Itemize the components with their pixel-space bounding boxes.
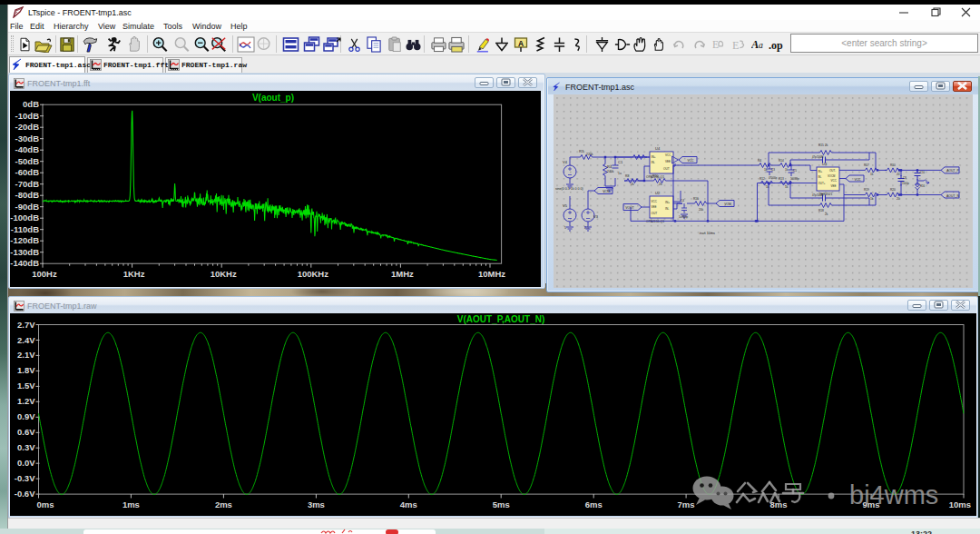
svg-text:R4: R4 bbox=[758, 159, 761, 163]
svg-text:100Mfp: 100Mfp bbox=[790, 177, 799, 181]
svg-text:OUT: OUT bbox=[652, 212, 658, 215]
svg-text:AOUT_P: AOUT_P bbox=[946, 169, 959, 173]
svg-text:C5: C5 bbox=[793, 169, 797, 173]
svg-text:-60dB: -60dB bbox=[15, 167, 40, 177]
svg-text:U2: U2 bbox=[655, 191, 661, 195]
svg-text:100KHz: 100KHz bbox=[298, 269, 329, 279]
svg-text:220k: 220k bbox=[586, 153, 593, 156]
svg-text:R17: R17 bbox=[864, 163, 869, 167]
svg-text:.tran 10ms: .tran 10ms bbox=[699, 232, 715, 235]
svg-text:-0.6V: -0.6V bbox=[15, 489, 35, 499]
svg-text:VCC: VCC bbox=[652, 200, 658, 203]
svg-text:2k: 2k bbox=[825, 213, 828, 216]
svg-text:R14: R14 bbox=[779, 159, 784, 163]
svg-text:-50dB: -50dB bbox=[15, 156, 40, 166]
svg-text:1u: 1u bbox=[618, 172, 622, 175]
svg-text:R12: R12 bbox=[760, 177, 765, 181]
svg-text:C8: C8 bbox=[903, 176, 906, 180]
svg-text:0.3V: 0.3V bbox=[17, 442, 35, 452]
svg-text:R10: R10 bbox=[890, 163, 896, 167]
svg-text:2ms: 2ms bbox=[215, 499, 232, 509]
svg-text:OUT: OUT bbox=[663, 167, 670, 171]
svg-text:20: 20 bbox=[897, 197, 900, 201]
svg-text:VOM: VOM bbox=[724, 203, 731, 206]
svg-text:1ms: 1ms bbox=[122, 499, 140, 509]
svg-text:0ms: 0ms bbox=[37, 499, 54, 509]
svg-text:0.6V: 0.6V bbox=[17, 427, 35, 437]
svg-text:0.0V: 0.0V bbox=[17, 458, 35, 468]
svg-text:V(aout_p): V(aout_p) bbox=[252, 93, 294, 103]
svg-text:R10: R10 bbox=[652, 174, 658, 178]
svg-text:C3: C3 bbox=[771, 168, 775, 172]
svg-text:5: 5 bbox=[564, 226, 566, 230]
svg-text:240k: 240k bbox=[607, 170, 614, 173]
svg-text:R15: R15 bbox=[818, 143, 824, 147]
svg-text:47000p: 47000p bbox=[769, 176, 778, 180]
svg-text:AOUT_N: AOUT_N bbox=[946, 194, 959, 198]
svg-text:E: E bbox=[712, 39, 719, 50]
svg-text:VEE: VEE bbox=[831, 184, 837, 188]
svg-text:2k: 2k bbox=[659, 183, 662, 186]
svg-text:R13: R13 bbox=[779, 177, 784, 181]
svg-text:VOUT: VOUT bbox=[625, 206, 633, 210]
svg-text:OUT-: OUT- bbox=[829, 169, 836, 173]
svg-text:-20dB: -20dB bbox=[15, 122, 40, 132]
svg-text:U4: U4 bbox=[655, 146, 661, 151]
svg-text:V5: V5 bbox=[563, 203, 568, 208]
svg-text:VOCM: VOCM bbox=[828, 174, 836, 178]
svg-text:bi4wms: bi4wms bbox=[849, 480, 938, 509]
svg-text:6ms: 6ms bbox=[585, 499, 603, 509]
svg-text:C4: C4 bbox=[681, 199, 684, 203]
svg-text:20k: 20k bbox=[699, 208, 704, 212]
svg-text:IN+: IN+ bbox=[665, 201, 670, 204]
svg-text:-100dB: -100dB bbox=[10, 213, 39, 222]
svg-text:-40dB: -40dB bbox=[15, 144, 40, 154]
svg-text:1KHz: 1KHz bbox=[123, 269, 145, 279]
svg-text:IN-: IN- bbox=[665, 207, 669, 211]
svg-text:.op: .op bbox=[769, 39, 783, 52]
svg-text:0.9V: 0.9V bbox=[17, 411, 35, 421]
svg-text:1.8V: 1.8V bbox=[17, 365, 35, 375]
svg-text:R19: R19 bbox=[864, 188, 869, 192]
svg-text:V(AOUT_P,AOUT_N): V(AOUT_P,AOUT_N) bbox=[457, 314, 545, 324]
svg-text:10KHz: 10KHz bbox=[211, 269, 237, 279]
svg-text:VCC: VCC bbox=[854, 178, 861, 182]
svg-text:R18: R18 bbox=[818, 209, 824, 213]
svg-text:C10: C10 bbox=[920, 171, 926, 174]
svg-text:OPA2156-Q1: OPA2156-Q1 bbox=[646, 220, 664, 223]
svg-text:-30dB: -30dB bbox=[15, 134, 40, 143]
svg-text:V4: V4 bbox=[563, 160, 568, 164]
svg-text:3ms: 3ms bbox=[308, 499, 325, 509]
svg-text:A: A bbox=[751, 38, 759, 51]
svg-text:-130dB: -130dB bbox=[10, 247, 39, 257]
svg-text:V3: V3 bbox=[593, 214, 599, 219]
svg-text:VCC: VCC bbox=[665, 153, 671, 157]
svg-text:VEE: VEE bbox=[652, 205, 657, 209]
svg-text:VCM: VCM bbox=[603, 190, 610, 193]
svg-text:R4: R4 bbox=[607, 164, 612, 169]
svg-text:-10dB: -10dB bbox=[15, 111, 40, 121]
svg-text:1u/800p: 1u/800p bbox=[679, 215, 689, 219]
svg-text:IN-: IN- bbox=[818, 175, 822, 179]
svg-text:-90dB: -90dB bbox=[15, 202, 40, 212]
svg-text:C1: C1 bbox=[618, 160, 623, 164]
svg-text:-120dB: -120dB bbox=[10, 235, 39, 245]
svg-text:10MHz: 10MHz bbox=[478, 269, 505, 279]
svg-text:1MHz: 1MHz bbox=[391, 269, 414, 279]
svg-text:VCC: VCC bbox=[831, 179, 838, 183]
svg-text:100Hz: 100Hz bbox=[32, 269, 57, 279]
svg-text:1k: 1k bbox=[785, 185, 789, 189]
svg-text:1k: 1k bbox=[870, 173, 874, 176]
svg-text:R20: R20 bbox=[890, 188, 896, 192]
svg-text:IN-: IN- bbox=[652, 161, 655, 164]
svg-text:VCC: VCC bbox=[687, 159, 694, 163]
svg-text:R16: R16 bbox=[693, 197, 699, 201]
svg-text:2.7V: 2.7V bbox=[17, 320, 35, 330]
svg-text:-80dB: -80dB bbox=[15, 190, 40, 200]
svg-text:-0.3V: -0.3V bbox=[15, 473, 35, 483]
svg-text:1k: 1k bbox=[870, 197, 874, 201]
svg-text:0dB: 0dB bbox=[23, 99, 39, 109]
svg-text:1k: 1k bbox=[785, 168, 789, 172]
svg-text:1.2V: 1.2V bbox=[17, 396, 35, 406]
svg-text:2k: 2k bbox=[631, 183, 634, 186]
